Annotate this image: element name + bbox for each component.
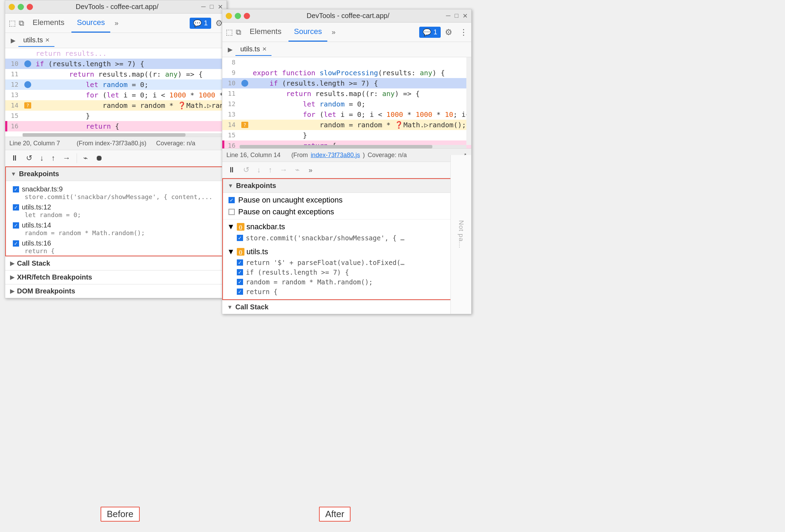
code-line-12: 12 let random = 0; — [5, 79, 226, 90]
window-controls[interactable] — [9, 4, 33, 10]
file-tab-utils[interactable]: utils.ts ✕ — [18, 34, 54, 47]
settings-icon-after[interactable]: ⚙ — [445, 27, 452, 37]
win-min-icon-after[interactable]: ─ — [446, 12, 450, 20]
breakpoint-marker — [24, 60, 31, 67]
close-btn[interactable] — [27, 4, 33, 10]
tab-sources-after[interactable]: Sources — [288, 23, 328, 42]
step-into-btn-after[interactable]: ↓ — [256, 164, 262, 176]
line-col-status: Line 20, Column 7 — [9, 140, 60, 147]
group-arrow-utils: ▼ — [227, 247, 235, 256]
not-paused-text: Not pa… — [457, 220, 465, 249]
horizontal-scrollbar[interactable] — [23, 133, 226, 137]
pause-btn[interactable]: ⏸ — [9, 152, 20, 164]
toolbar-separator — [77, 153, 77, 163]
file-tab-close-after[interactable]: ✕ — [262, 46, 267, 52]
tab-sources[interactable]: Sources — [71, 14, 111, 33]
more-tabs-icon[interactable]: » — [112, 19, 121, 27]
tab-elements[interactable]: Elements — [27, 14, 70, 33]
file-tab-utils-after[interactable]: utils.ts ✕ — [235, 43, 271, 56]
minimize-btn-after[interactable] — [226, 13, 232, 19]
console-icon-after: 💬 — [423, 28, 431, 36]
win-min-icon[interactable]: ─ — [201, 3, 206, 11]
pause-btn-after[interactable]: ⏸ — [226, 164, 237, 176]
step-btn-after[interactable]: → — [278, 164, 289, 176]
window-controls-after[interactable] — [226, 13, 250, 19]
deactivate-bp-btn-after[interactable]: ⌁ — [294, 164, 301, 176]
console-badge[interactable]: 💬 1 — [190, 18, 211, 29]
code-line-10-after: 10 if (results.length >= 7) { — [222, 78, 471, 88]
code-line-9-after: 9 export function slowProcessing(results… — [222, 68, 471, 78]
step-out-btn[interactable]: ↑ — [50, 152, 57, 164]
bp-file-utils-12: utils.ts:12 — [22, 203, 51, 211]
pause-exceptions-btn[interactable]: ⏺ — [94, 152, 104, 164]
breakpoints-title-after: Breakpoints — [236, 182, 276, 190]
step-over-btn[interactable]: ↺ — [25, 152, 34, 164]
bp-utils-cb-3[interactable]: ✓ — [237, 279, 243, 285]
xhr-header[interactable]: ▶ XHR/fetch Breakpoints — [5, 270, 226, 284]
callstack-title-after: Call Stack — [235, 303, 269, 311]
horizontal-scrollbar-after[interactable] — [240, 145, 466, 148]
source-link-after[interactable]: index-73f73a80.js — [311, 152, 360, 159]
vertical-scrollbar-after[interactable] — [466, 57, 471, 145]
close-btn-after[interactable] — [244, 13, 250, 19]
win-controls-after[interactable]: ─ □ ✕ — [446, 12, 468, 20]
panel-toggle-btn-after[interactable]: ▶ — [225, 44, 235, 55]
breakpoints-header[interactable]: ▼ Breakpoints — [6, 167, 226, 181]
callstack-header[interactable]: ▶ Call Stack — [5, 256, 226, 270]
toolbar-before: ⏸ ↺ ↓ ↑ → ⌁ ⏺ — [5, 150, 226, 166]
more-toolbar-after[interactable]: » — [306, 166, 315, 174]
code-line-15: 15 } — [5, 111, 226, 121]
breakpoints-body: ✓ snackbar.ts:9 store.commit('snackbar/s… — [6, 181, 226, 256]
bp-checkbox-utils-16[interactable]: ✓ — [13, 240, 19, 247]
file-tab-close[interactable]: ✕ — [45, 37, 50, 43]
bp-snackbar-cb[interactable]: ✓ — [237, 235, 243, 241]
deactivate-bp-btn[interactable]: ⌁ — [82, 152, 89, 164]
step-over-btn-after[interactable]: ↺ — [242, 164, 251, 176]
bp-code-utils-16: return { — [13, 247, 219, 255]
step-out-btn-after[interactable]: ↑ — [267, 164, 274, 176]
bp-group-utils-header[interactable]: ▼ {} utils.ts — [223, 246, 471, 258]
breakpoints-header-after[interactable]: ▼ Breakpoints — [223, 179, 471, 193]
breakpoint-marker-14-after: ? — [241, 122, 248, 128]
bp-snackbar-item-1: ✓ store.commit('snackbar/showMessage', {… — [237, 234, 465, 242]
bp-group-snackbar-items: ✓ store.commit('snackbar/showMessage', {… — [223, 233, 471, 243]
step-into-btn[interactable]: ↓ — [38, 152, 45, 164]
scrollbar-thumb-after[interactable] — [240, 145, 432, 148]
bp-utils-cb-1[interactable]: ✓ — [237, 259, 243, 266]
more-tabs-icon-after[interactable]: » — [329, 28, 338, 36]
dom-section-before: ▶ DOM Breakpoints — [5, 284, 226, 298]
titlebar-after: DevTools - coffee-cart.app/ ─ □ ✕ — [222, 9, 471, 23]
maximize-btn[interactable] — [18, 4, 24, 10]
bp-group-snackbar-header[interactable]: ▼ {} snackbar.ts — [223, 221, 471, 233]
pause-caught-checkbox[interactable] — [228, 209, 235, 215]
code-line-14-after: 14 ? random = random * ❓Math.▷random(); — [222, 120, 471, 130]
dom-header[interactable]: ▶ DOM Breakpoints — [5, 284, 226, 298]
pause-uncaught-row: ✓ Pause on uncaught exceptions — [228, 196, 465, 205]
before-panel: DevTools - coffee-cart.app/ ─ □ ✕ ⬚ ⧉ El… — [5, 0, 227, 298]
win-controls[interactable]: ─ □ ✕ — [201, 3, 223, 11]
more-options-icon[interactable]: ⋮ — [459, 27, 468, 37]
bp-checkbox-utils-12[interactable]: ✓ — [13, 204, 19, 211]
bp-checkbox-snackbar[interactable]: ✓ — [13, 186, 19, 192]
panel-toggle-btn[interactable]: ▶ — [8, 35, 18, 46]
cursor-icon-after: ⬚ — [226, 28, 233, 37]
win-close-icon-after[interactable]: ✕ — [463, 12, 468, 20]
win-restore-icon[interactable]: □ — [210, 3, 214, 11]
group-file-utils: utils.ts — [247, 247, 268, 256]
breakpoints-section-after: ▼ Breakpoints ✓ Pause on uncaught except… — [222, 178, 471, 300]
dom-arrow: ▶ — [10, 288, 14, 294]
callstack-header-after[interactable]: ▼ Call Stack — [222, 300, 471, 314]
bp-file-utils-14: utils.ts:14 — [22, 221, 51, 229]
console-badge-after[interactable]: 💬 1 — [419, 27, 441, 38]
bp-utils-cb-2[interactable]: ✓ — [237, 269, 243, 275]
tab-elements-after[interactable]: Elements — [244, 23, 287, 42]
bp-checkbox-utils-14[interactable]: ✓ — [13, 222, 19, 229]
pause-uncaught-checkbox[interactable]: ✓ — [228, 197, 235, 203]
minimize-btn[interactable] — [9, 4, 15, 10]
pink-marker-after — [222, 140, 224, 148]
maximize-btn-after[interactable] — [235, 13, 241, 19]
step-btn[interactable]: → — [61, 152, 72, 164]
scrollbar-thumb[interactable] — [23, 133, 186, 137]
win-restore-icon-after[interactable]: □ — [455, 12, 458, 20]
bp-utils-cb-4[interactable]: ✓ — [237, 289, 243, 295]
